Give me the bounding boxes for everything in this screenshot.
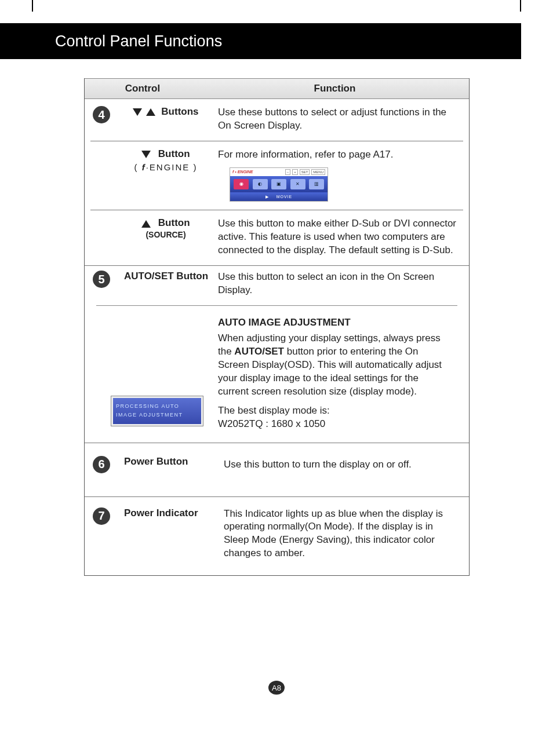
row-6: 6 Power Button Use this button to turn t… (85, 443, 469, 497)
triangle-up-icon (141, 220, 151, 228)
row5-best-line: The best display mode is: (218, 404, 452, 418)
header-function: Function (201, 79, 469, 98)
row-4-up: Button (SOURCE) Use this button to make … (90, 210, 463, 260)
triangle-up-icon (146, 108, 155, 116)
header-control: Control (85, 79, 201, 98)
row5-desc: Use this button to select an icon in the… (218, 271, 463, 297)
osd-cell-1: ◉ (234, 179, 249, 189)
row4-down-desc: For more information, refer to page A17. (218, 148, 457, 162)
osd-cell-3: ▣ (271, 179, 286, 189)
table-header-row: Control Function (85, 78, 469, 99)
processing-auto-box: PROCESSING AUTO IMAGE ADJUSTMENT (111, 396, 203, 426)
triangle-down-icon (133, 108, 142, 116)
badge-7: 7 (93, 507, 110, 525)
badge-5: 5 (93, 271, 110, 288)
row-4-down: Button ( f·ENGINE ) For more information… (90, 141, 463, 210)
osd-footer-arrow-icon: ▶ (265, 195, 269, 199)
badge-4: 4 (93, 106, 110, 123)
row-5: 5 AUTO/SET Button Use this button to sel… (85, 266, 469, 443)
osd-hints: – + SET MENU (285, 169, 325, 175)
row5-body: When adjusting your display settings, al… (218, 332, 452, 399)
row-4-both: 4 Buttons Use these buttons to select or… (90, 99, 463, 141)
osd-cell-4: ✕ (290, 179, 305, 189)
row4-down-func: For more information, refer to page A17.… (218, 148, 463, 202)
row-4-group: 4 Buttons Use these buttons to select or… (85, 99, 469, 266)
row5-heading: AUTO IMAGE ADJUSTMENT (218, 316, 452, 330)
row4-up-label: Button (158, 217, 190, 228)
row4-down-sub: ( f·ENGINE ) (114, 162, 218, 172)
row-7: 7 Power Indicator This Indicator lights … (85, 497, 469, 576)
row5-best-mode: W2052TQ : 1680 x 1050 (218, 418, 452, 431)
row7-label: Power Indicator (124, 507, 198, 518)
osd-icons-row: ◉ ◐ ▣ ✕ ▥ (230, 176, 328, 192)
page-number: A8 (268, 681, 285, 695)
row4-down-label: Button (158, 148, 190, 159)
osd-cell-5: ▥ (309, 179, 324, 189)
row7-desc: This Indicator lights up as blue when th… (224, 507, 463, 561)
proc-line2: IMAGE ADJUSTMENT (116, 411, 198, 419)
osd-footer-label: MOVIE (276, 195, 293, 199)
row4-both-desc: Use these buttons to select or adjust fu… (218, 106, 463, 133)
triangle-down-icon (141, 151, 151, 158)
osd-brand: f • ENGINE (232, 169, 253, 174)
osd-screenshot: f • ENGINE – + SET MENU ◉ ◐ ▣ (230, 167, 328, 202)
page-title: Control Panel Functions (0, 23, 521, 59)
row4-up-sub: (SOURCE) (114, 230, 218, 239)
row6-desc: Use this button to turn the display on o… (224, 456, 463, 473)
functions-table: Control Function 4 Buttons Use these but… (84, 78, 470, 576)
page-title-text: Control Panel Functions (55, 32, 222, 50)
row4-both-label: Buttons (161, 106, 198, 117)
osd-footer: ▶ MOVIE (230, 192, 328, 201)
row5-label: AUTO/SET Button (124, 271, 208, 282)
row6-label: Power Button (124, 456, 188, 467)
osd-cell-2: ◐ (253, 179, 268, 189)
row4-up-desc: Use this button to make either D-Sub or … (218, 217, 463, 257)
badge-6: 6 (93, 456, 110, 473)
proc-line1: PROCESSING AUTO (116, 402, 198, 411)
